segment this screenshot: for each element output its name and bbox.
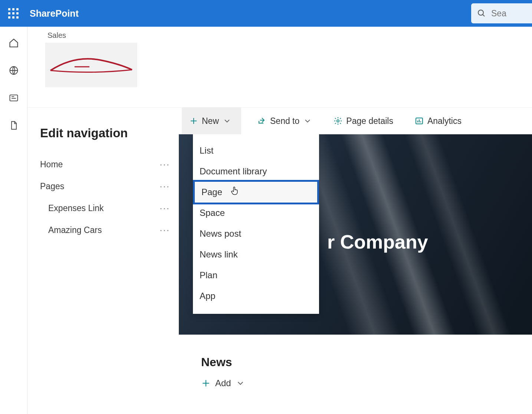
- analytics-button[interactable]: Analytics: [410, 108, 467, 134]
- home-icon: [9, 38, 19, 48]
- nav-item[interactable]: Home···: [40, 154, 170, 175]
- analytics-label: Analytics: [427, 116, 462, 126]
- search-icon: [477, 9, 486, 18]
- hero-title: r Company: [327, 231, 428, 253]
- rail-globe-button[interactable]: [8, 65, 20, 76]
- svg-point-8: [337, 120, 339, 122]
- edit-navigation-title: Edit navigation: [40, 126, 170, 140]
- left-rail: [0, 27, 27, 414]
- rail-files-button[interactable]: [8, 119, 20, 131]
- edit-navigation-pane: Edit navigation Home···Pages···Expenses …: [27, 108, 179, 414]
- app-title[interactable]: SharePoint: [30, 8, 79, 19]
- file-icon: [9, 120, 19, 131]
- new-menu-item[interactable]: List: [193, 140, 319, 161]
- site-header: Sales: [27, 27, 532, 108]
- site-name[interactable]: Sales: [47, 31, 532, 40]
- search-box[interactable]: [471, 3, 532, 23]
- nav-item[interactable]: Amazing Cars···: [40, 219, 170, 241]
- more-icon[interactable]: ···: [160, 159, 170, 170]
- app-launcher-button[interactable]: [0, 0, 27, 27]
- nav-item[interactable]: Expenses Link···: [40, 197, 170, 219]
- analytics-icon: [415, 116, 424, 125]
- chevron-down-icon: [303, 116, 312, 125]
- new-button[interactable]: New: [182, 108, 241, 134]
- new-menu-item[interactable]: News link: [193, 244, 319, 265]
- nav-item-label: Home: [40, 160, 63, 170]
- send-to-button[interactable]: Send to: [252, 108, 317, 134]
- page-details-label: Page details: [346, 116, 393, 126]
- news-add-label: Add: [215, 378, 231, 388]
- globe-icon: [9, 65, 19, 76]
- more-icon[interactable]: ···: [160, 203, 170, 214]
- more-icon[interactable]: ···: [160, 181, 170, 192]
- search-input[interactable]: [491, 9, 525, 19]
- chevron-down-icon: [236, 378, 245, 388]
- plus-icon: [189, 116, 198, 125]
- car-logo-icon: [49, 52, 134, 78]
- site-logo[interactable]: [45, 43, 137, 87]
- command-bar: New Send to Page details Analytic: [179, 108, 532, 134]
- share-icon: [257, 116, 266, 125]
- news-icon: [9, 93, 19, 103]
- new-menu-item[interactable]: News post: [193, 223, 319, 244]
- page-area: New Send to Page details Analytic: [179, 108, 532, 414]
- svg-point-0: [478, 10, 483, 15]
- cursor-hand-icon: [230, 185, 240, 196]
- nav-item-label: Amazing Cars: [48, 225, 102, 235]
- suite-bar: SharePoint: [0, 0, 532, 27]
- gear-icon: [334, 116, 342, 125]
- nav-item-label: Pages: [40, 181, 64, 191]
- news-add-button[interactable]: Add: [201, 378, 532, 388]
- svg-line-1: [483, 14, 485, 16]
- svg-rect-3: [10, 95, 17, 101]
- new-menu-item[interactable]: Document library: [193, 161, 319, 182]
- rail-news-button[interactable]: [8, 92, 20, 104]
- news-heading: News: [201, 355, 532, 369]
- chevron-down-icon: [223, 116, 231, 125]
- page-details-button[interactable]: Page details: [328, 108, 398, 134]
- nav-item[interactable]: Pages···: [40, 175, 170, 197]
- new-menu-item[interactable]: Page: [193, 180, 319, 204]
- waffle-icon: [8, 8, 19, 19]
- rail-home-button[interactable]: [8, 37, 20, 49]
- send-to-label: Send to: [270, 116, 299, 126]
- plus-icon: [201, 378, 211, 388]
- new-label: New: [202, 116, 219, 126]
- more-icon[interactable]: ···: [160, 224, 170, 236]
- news-webpart: News Add: [179, 335, 532, 388]
- new-menu-item[interactable]: Space: [193, 203, 319, 223]
- hero-image: r Company ListDocument libraryPageSpaceN…: [179, 134, 532, 335]
- new-menu-item[interactable]: Plan: [193, 265, 319, 286]
- new-menu-item[interactable]: App: [193, 286, 319, 306]
- nav-item-label: Expenses Link: [48, 203, 104, 213]
- new-dropdown-menu: ListDocument libraryPageSpaceNews postNe…: [193, 134, 319, 314]
